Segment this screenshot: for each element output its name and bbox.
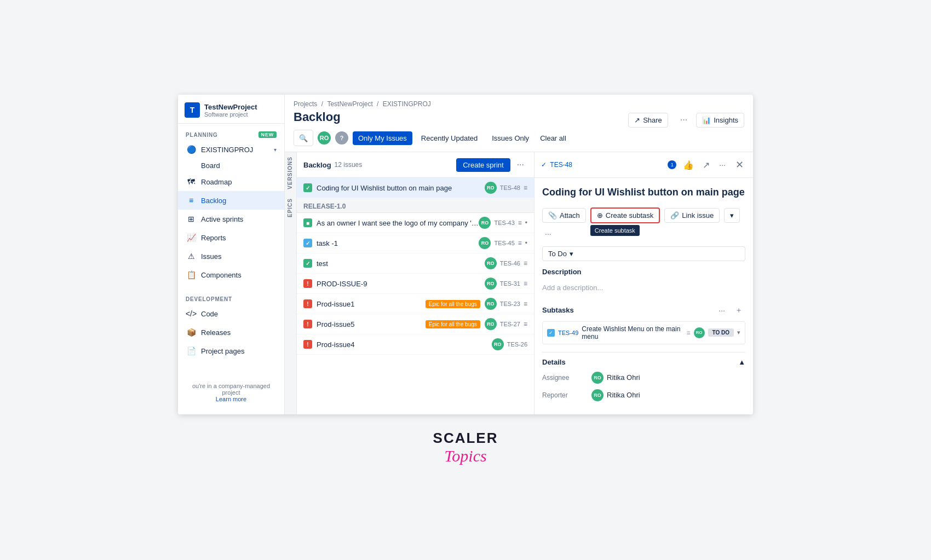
description-field[interactable]: Add a description...: [542, 279, 745, 296]
avatar-group: RO ?: [317, 130, 349, 146]
learn-more-link[interactable]: Learn more: [216, 396, 246, 402]
issue-id: TES-31: [500, 280, 520, 287]
subtask-status[interactable]: TO DO: [708, 328, 734, 337]
status-dropdown[interactable]: To Do ▾: [542, 246, 745, 261]
more-actions-button[interactable]: ▾: [724, 208, 740, 223]
issue-type-icon: ✓: [303, 259, 312, 268]
reporter-avatar: RO: [591, 389, 604, 401]
issue-meta: RO TES-48 ≡: [485, 182, 527, 194]
chevron-down-icon: ▾: [274, 147, 277, 153]
avatar-other[interactable]: ?: [334, 130, 349, 146]
subtasks-title: Subtasks: [542, 306, 574, 314]
recently-updated-button[interactable]: Recently Updated: [416, 131, 483, 145]
share-detail-button[interactable]: ↗: [700, 158, 712, 172]
subtask-id[interactable]: TES-49: [558, 330, 578, 336]
issue-row[interactable]: ✓ Coding for UI Wishlist button on main …: [297, 178, 534, 198]
issue-avatar: RO: [485, 318, 497, 330]
issue-id: TES-27: [500, 321, 520, 327]
issue-row[interactable]: ! Prod-issue4 RO TES-26: [297, 334, 534, 355]
issue-dots: ≡: [524, 184, 527, 192]
sidebar-item-project-pages[interactable]: 📄 Project pages: [178, 342, 284, 360]
sidebar-item-releases[interactable]: 📦 Releases: [178, 323, 284, 342]
sprints-icon: ⊞: [186, 213, 197, 224]
sidebar-item-label: Code: [201, 310, 218, 318]
components-icon: 📋: [186, 269, 197, 280]
issue-row[interactable]: ✓ test RO TES-46 ≡: [297, 253, 534, 274]
subtask-type-icon: ✓: [547, 329, 555, 337]
sidebar-item-board[interactable]: Board: [178, 159, 284, 172]
share-button[interactable]: ↗ Share: [628, 113, 668, 128]
project-icon: 🔵: [186, 144, 197, 155]
assignee-row: Assignee RO Ritika Ohri: [542, 372, 745, 384]
attach-button[interactable]: 📎 Attach: [542, 208, 586, 223]
sidebar-item-components[interactable]: 📋 Components: [178, 265, 284, 284]
subtask-status-chevron[interactable]: ▾: [737, 329, 740, 336]
create-sprint-button[interactable]: Create sprint: [456, 158, 510, 172]
more-options-button[interactable]: ···: [677, 113, 691, 127]
sidebar-item-active-sprints[interactable]: ⊞ Active sprints: [178, 210, 284, 228]
backlog-header: Backlog 12 issues Create sprint ···: [297, 152, 534, 178]
insights-button[interactable]: 📊 Insights: [696, 113, 744, 128]
issue-title: Prod-issue4: [317, 340, 492, 349]
issue-avatar: RO: [485, 182, 497, 194]
avatar-ro[interactable]: RO: [317, 130, 332, 146]
sidebar-item-issues[interactable]: ⚠ Issues: [178, 247, 284, 265]
issue-row[interactable]: ! Prod-issue5 Epic for all the bugs RO T…: [297, 314, 534, 334]
page-title: Backlog: [294, 110, 341, 124]
issue-row[interactable]: ✓ task -1 RO TES-45 ≡ •: [297, 233, 534, 253]
issue-type-icon: ✓: [303, 239, 312, 247]
details-section-header[interactable]: Details ▲: [542, 358, 745, 366]
development-section-label: DEVELOPMENT: [178, 288, 284, 304]
sidebar-item-reports[interactable]: 📈 Reports: [178, 228, 284, 247]
issue-title: Prod-issue1: [317, 300, 426, 308]
project-logo: T: [185, 102, 200, 118]
detail-issue-id[interactable]: ✓ TES-48: [541, 161, 572, 169]
assignee-avatar: RO: [591, 372, 604, 384]
sidebar-item-backlog[interactable]: ≡ Backlog: [178, 191, 284, 210]
backlog-more-button[interactable]: ···: [514, 158, 527, 172]
issue-type-icon: !: [303, 320, 312, 328]
detail-toolbar: 📎 Attach ⊕ Create subtask Create subtask…: [542, 207, 745, 240]
search-button[interactable]: 🔍: [294, 130, 313, 146]
subtask-avatar: RO: [694, 327, 705, 338]
issue-row[interactable]: ! Prod-issue1 Epic for all the bugs RO T…: [297, 294, 534, 314]
close-detail-button[interactable]: ✕: [733, 158, 746, 172]
issue-title: PROD-ISSUE-9: [317, 280, 485, 288]
scaler-footer: SCALER Topics: [433, 430, 498, 465]
sidebar-item-label: Components: [201, 271, 242, 279]
details-label: Details: [542, 358, 566, 366]
clear-all-button[interactable]: Clear all: [538, 131, 568, 145]
project-name: TestNewProject: [204, 103, 257, 112]
add-subtask-button[interactable]: ＋: [732, 304, 745, 317]
issue-row[interactable]: ! PROD-ISSUE-9 RO TES-31 ≡: [297, 274, 534, 294]
issue-meta: RO TES-26: [492, 338, 527, 350]
link-issue-button[interactable]: 🔗 Link issue: [664, 208, 720, 223]
body-area: VERSIONS EPICS Backlog 12 issues Create …: [285, 152, 753, 414]
subtask-row[interactable]: ✓ TES-49 Create Wishlist Menu on the mai…: [542, 321, 745, 344]
extra-actions-button[interactable]: ···: [542, 228, 554, 240]
release-label: RELEASE-1.0: [297, 198, 534, 213]
breadcrumb-existingproj[interactable]: EXISTINGPROJ: [383, 100, 431, 108]
sidebar-item-existingproj[interactable]: 🔵 EXISTINGPROJ ▾: [178, 140, 284, 159]
sidebar-item-code[interactable]: </> Code: [178, 304, 284, 323]
more-detail-button[interactable]: ···: [716, 159, 728, 171]
issue-avatar: RO: [485, 298, 497, 310]
issue-row[interactable]: ■ As an owner I want see the logo of my …: [297, 213, 534, 233]
sidebar-item-roadmap[interactable]: 🗺 Roadmap: [178, 172, 284, 191]
subtasks-more-button[interactable]: ···: [716, 304, 728, 317]
sidebar-footer: ou're in a company-managed project Learn…: [178, 377, 284, 408]
issue-avatar: RO: [485, 278, 497, 290]
detail-body: Coding for UI Wishlist button on main pa…: [535, 178, 753, 414]
create-subtask-button[interactable]: ⊕ Create subtask: [590, 207, 660, 223]
issue-title: Prod-issue5: [317, 320, 426, 328]
breadcrumb-projects[interactable]: Projects: [294, 100, 317, 108]
assignee-name: Ritika Ohri: [607, 373, 640, 382]
issue-meta: RO TES-23 ≡: [485, 298, 527, 310]
issues-only-button[interactable]: Issues Only: [486, 131, 535, 145]
code-icon: </>: [186, 308, 197, 319]
only-my-issues-button[interactable]: Only My Issues: [353, 131, 412, 145]
breadcrumb-testnewproject[interactable]: TestNewProject: [327, 100, 372, 108]
versions-label: VERSIONS: [285, 152, 296, 194]
issue-meta: RO TES-31 ≡: [485, 278, 527, 290]
thumbs-up-button[interactable]: 👍: [681, 158, 696, 172]
